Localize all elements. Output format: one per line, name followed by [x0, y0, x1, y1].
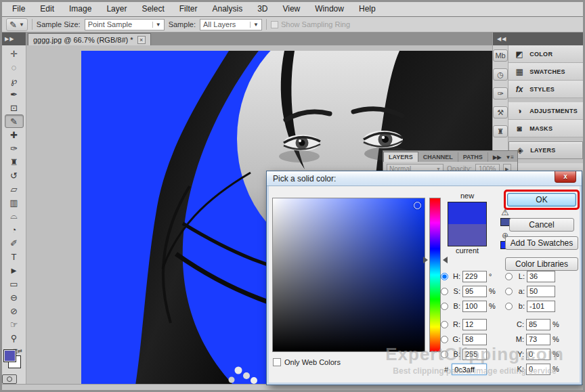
hue-input[interactable] — [462, 271, 487, 282]
eyedropper-tool[interactable]: ✎ — [5, 114, 24, 128]
saturation-radio[interactable] — [441, 288, 448, 295]
clone-source-icon[interactable]: ♜ — [493, 125, 508, 137]
cyan-input[interactable] — [526, 319, 550, 330]
lab-a-input[interactable] — [527, 286, 555, 297]
crop-tool[interactable]: ⊡ — [5, 101, 24, 114]
red-input[interactable] — [462, 319, 487, 330]
panel-button-masks[interactable]: ◙ MASKS — [508, 120, 583, 137]
hue-slider[interactable] — [429, 198, 441, 352]
sample-size-select[interactable]: Point Sample ▼ — [85, 19, 165, 30]
panel-button-swatches[interactable]: ▦ SWATCHES — [508, 63, 583, 81]
green-radio[interactable] — [441, 336, 448, 343]
brush-tool[interactable]: ✑ — [5, 141, 24, 155]
brushes-icon[interactable]: ✑ — [493, 87, 508, 100]
hue-slider-left-arrow-icon[interactable] — [423, 257, 428, 263]
magenta-row: M: % — [505, 332, 561, 347]
move-tool-icon: ✛ — [10, 49, 18, 59]
lab-a-radio[interactable] — [505, 288, 513, 295]
tool-presets-icon[interactable]: ⚒ — [493, 106, 508, 118]
hue-radio[interactable] — [441, 273, 448, 280]
gradient-tool[interactable]: ▥ — [5, 196, 24, 209]
quick-mask-icon — [7, 376, 12, 382]
menu-item[interactable]: Analysis — [204, 2, 250, 16]
dock-collapse-button[interactable]: ◀◀ — [493, 32, 583, 45]
brightness-radio[interactable] — [441, 303, 448, 310]
only-web-colors-checkbox[interactable]: Only Web Colors — [273, 358, 341, 366]
shape-tool[interactable]: ▭ — [5, 277, 24, 290]
quick-selection-tool[interactable]: ✒ — [5, 87, 24, 101]
zoom-tool[interactable]: ⚲ — [5, 331, 24, 345]
history-icon[interactable]: ◷ — [493, 68, 508, 81]
black-input[interactable] — [526, 364, 550, 375]
lab-l-input[interactable] — [527, 271, 555, 282]
dialog-title-bar[interactable]: Pick a solid color: x — [267, 171, 582, 186]
orbit-3d-tool[interactable]: ⊘ — [5, 304, 24, 318]
tab-paths[interactable]: PATHS — [458, 152, 488, 162]
menu-item[interactable]: Select — [134, 2, 171, 16]
current-color-swatch[interactable] — [448, 224, 486, 246]
lasso-tool[interactable]: ℘ — [5, 74, 24, 87]
hue-slider-right-arrow-icon[interactable] — [443, 257, 448, 263]
history-brush-tool[interactable]: ↺ — [5, 169, 24, 182]
green-input[interactable] — [462, 334, 487, 345]
ok-highlight-annotation: OK — [504, 190, 580, 210]
add-to-swatches-button[interactable]: Add To Swatches — [505, 236, 578, 250]
tab-channels[interactable]: CHANNEL — [418, 152, 458, 162]
ok-button[interactable]: OK — [507, 193, 576, 206]
menu-item[interactable]: Layer — [99, 2, 134, 16]
saturation-brightness-field[interactable] — [272, 198, 425, 352]
lab-b-input[interactable] — [527, 301, 555, 312]
path-selection-tool[interactable]: ► — [5, 263, 24, 277]
dodge-tool[interactable]: ◔ — [5, 223, 24, 236]
show-sampling-ring-label: Show Sampling Ring — [281, 20, 350, 28]
lab-l-radio[interactable] — [505, 273, 513, 280]
close-tab-icon[interactable]: × — [137, 36, 146, 44]
type-tool[interactable]: T — [5, 250, 24, 263]
red-radio[interactable] — [441, 321, 448, 328]
saturation-input[interactable] — [462, 286, 487, 297]
document-tab[interactable]: gggg.jpg @ 66.7% (RGB/8#) * × — [28, 33, 151, 45]
panel-menu-icon[interactable]: ▼≡ — [505, 154, 514, 160]
sample-select[interactable]: All Layers ▼ — [200, 19, 262, 30]
panel-button-layers[interactable]: ◈ LAYERS — [508, 141, 583, 159]
menu-item[interactable]: View — [275, 2, 307, 16]
blue-radio[interactable] — [441, 351, 448, 358]
close-dialog-button[interactable]: x — [555, 171, 576, 183]
menu-item[interactable]: 3D — [250, 2, 275, 16]
move-tool[interactable]: ✛ — [5, 47, 24, 60]
hex-input[interactable] — [452, 364, 487, 375]
panel-button-adjustments[interactable]: ◑ ADJUSTMENTS — [508, 102, 583, 120]
panel-label: STYLES — [529, 86, 555, 93]
pen-tool[interactable]: ✐ — [5, 236, 24, 250]
menu-item[interactable]: Edit — [32, 2, 62, 16]
color-field-marker-icon[interactable] — [414, 202, 421, 209]
menu-item[interactable]: Filter — [172, 2, 205, 16]
panel-collapse-icon[interactable]: ▶▶ — [493, 154, 501, 160]
menu-item[interactable]: Help — [351, 2, 383, 16]
healing-brush-tool[interactable]: ✚ — [5, 128, 24, 141]
magenta-input[interactable] — [526, 334, 550, 345]
eraser-tool[interactable]: ▱ — [5, 182, 24, 196]
lab-b-radio[interactable] — [505, 303, 513, 310]
toolbar-collapse-button[interactable]: ▶▶ — [2, 32, 26, 45]
menu-item[interactable]: Image — [62, 2, 99, 16]
current-tool-badge[interactable]: ✎ ▼ — [6, 18, 28, 31]
rotate-3d-tool[interactable]: ⊖ — [5, 290, 24, 304]
foreground-color-swatch[interactable] — [3, 349, 16, 362]
menu-item[interactable]: File — [5, 2, 32, 16]
mini-bridge-icon[interactable]: Mb — [493, 49, 508, 62]
marquee-tool[interactable]: ◌ — [5, 60, 24, 74]
brightness-input[interactable] — [462, 301, 487, 312]
blue-input[interactable] — [462, 349, 487, 360]
quick-mask-button[interactable] — [2, 374, 17, 384]
menu-item[interactable]: Window — [307, 2, 351, 16]
clone-stamp-tool[interactable]: ♜ — [5, 155, 24, 169]
cancel-button[interactable]: Cancel — [509, 218, 574, 232]
yellow-input[interactable] — [526, 349, 550, 360]
panel-button-color[interactable]: ◩ COLOR — [508, 45, 583, 63]
rotate-3d-tool-icon: ⊖ — [10, 292, 18, 303]
panel-button-styles[interactable]: fx STYLES — [508, 81, 583, 98]
blur-tool[interactable]: ⌓ — [5, 209, 24, 223]
tab-layers[interactable]: LAYERS — [383, 152, 418, 162]
hand-tool[interactable]: ☞ — [5, 318, 24, 331]
